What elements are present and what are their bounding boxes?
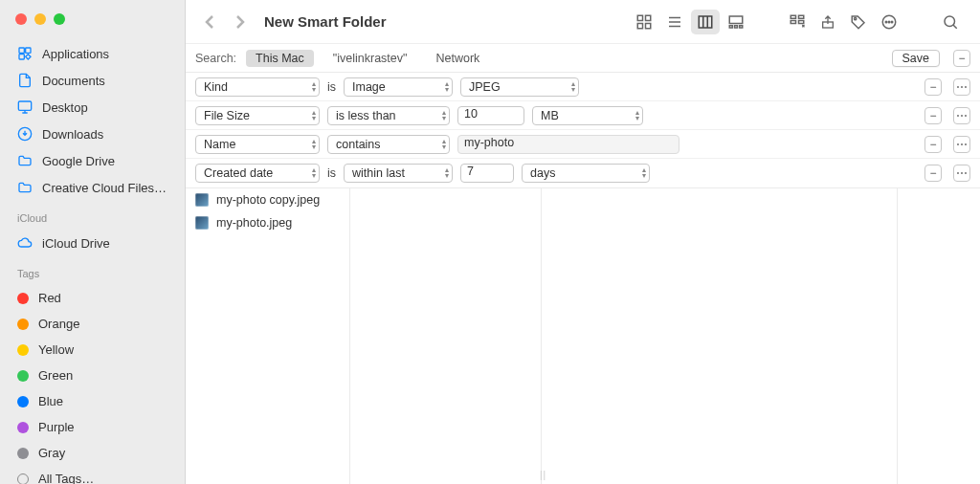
tag-dot-icon — [17, 319, 29, 330]
scope-user[interactable]: "ivelinkrastev" — [323, 50, 417, 67]
unit-select[interactable]: MB▴▾ — [532, 106, 643, 125]
view-icons-button[interactable] — [630, 10, 658, 34]
tag-yellow[interactable]: Yellow — [0, 337, 185, 363]
svg-point-21 — [885, 21, 887, 23]
remove-criteria-button[interactable]: − — [924, 165, 942, 182]
criteria-row-name: Name▴▾ contains▴▾ my-photo − ⋯ — [186, 130, 980, 159]
text-input[interactable]: my-photo — [457, 135, 679, 154]
share-button[interactable] — [813, 10, 842, 34]
file-item[interactable]: my-photo copy.jpeg — [186, 188, 349, 211]
attribute-select[interactable]: Created date▴▾ — [195, 164, 320, 183]
save-button[interactable]: Save — [892, 50, 941, 67]
criteria-row-filesize: File Size▴▾ is less than▴▾ 10 MB▴▾ − ⋯ — [186, 101, 980, 130]
remove-criteria-button[interactable]: − — [924, 107, 942, 124]
sidebar-item-google-drive[interactable]: Google Drive — [0, 147, 185, 174]
maximize-window-button[interactable] — [54, 13, 65, 25]
view-list-button[interactable] — [660, 10, 689, 34]
sidebar-item-creative-cloud[interactable]: Creative Cloud Files… — [0, 174, 185, 201]
group-by-button[interactable] — [783, 10, 812, 34]
actions-button[interactable] — [875, 10, 903, 34]
svg-rect-6 — [646, 15, 651, 20]
tag-purple[interactable]: Purple — [0, 414, 185, 440]
jpeg-file-icon — [195, 216, 209, 230]
forward-button[interactable] — [230, 12, 249, 32]
tags-button[interactable] — [844, 10, 873, 34]
result-column[interactable]: my-photo copy.jpeg my-photo.jpeg — [186, 188, 350, 484]
tag-green[interactable]: Green — [0, 363, 185, 388]
search-criteria: Kind▴▾ is Image▴▾ JPEG▴▾ − ⋯ File Size▴▾… — [186, 73, 980, 188]
svg-rect-3 — [18, 101, 31, 110]
search-button[interactable] — [936, 10, 965, 34]
toolbar: New Smart Folder — [186, 0, 980, 44]
window-title: New Smart Folder — [264, 13, 387, 30]
value-select[interactable]: Image▴▾ — [344, 77, 453, 97]
add-criteria-button[interactable]: ⋯ — [953, 136, 970, 153]
add-criteria-button[interactable]: ⋯ — [953, 78, 970, 96]
view-mode-group — [630, 10, 750, 34]
unit-select[interactable]: days▴▾ — [522, 164, 650, 183]
sidebar-label: Applications — [42, 47, 109, 61]
svg-rect-11 — [729, 25, 732, 27]
tag-label: Orange — [38, 317, 79, 331]
tag-dot-icon — [17, 370, 29, 382]
svg-rect-13 — [740, 25, 743, 27]
add-criteria-button[interactable]: ⋯ — [953, 165, 970, 182]
tag-gray[interactable]: Gray — [0, 440, 185, 466]
result-column[interactable] — [350, 188, 542, 484]
remove-criteria-button[interactable]: − — [924, 78, 942, 96]
scope-this-mac[interactable]: This Mac — [246, 50, 314, 67]
result-column[interactable] — [898, 188, 980, 484]
sidebar-item-desktop[interactable]: Desktop — [0, 94, 185, 121]
tag-label: Green — [38, 368, 73, 383]
tag-dot-icon — [17, 293, 29, 304]
subvalue-select[interactable]: JPEG▴▾ — [460, 77, 579, 97]
svg-rect-16 — [791, 20, 795, 23]
jpeg-file-icon — [195, 193, 209, 207]
view-gallery-button[interactable] — [722, 10, 750, 34]
sidebar-item-downloads[interactable]: Downloads — [0, 121, 185, 147]
column-resize-handle[interactable]: || — [540, 470, 546, 480]
criteria-row-created-date: Created date▴▾ is within last▴▾ 7 days▴▾… — [186, 159, 980, 187]
sidebar-item-icloud-drive[interactable]: iCloud Drive — [0, 230, 185, 256]
sidebar-item-applications[interactable]: Applications — [0, 40, 185, 67]
operator-select[interactable]: contains▴▾ — [327, 135, 450, 154]
sidebar-label: All Tags… — [38, 472, 94, 484]
tag-dot-icon — [17, 396, 29, 407]
favorites-list: Applications Documents Desktop Downloads… — [0, 38, 185, 203]
minimize-window-button[interactable] — [34, 13, 46, 25]
operator-select[interactable]: within last▴▾ — [344, 164, 453, 183]
tag-blue[interactable]: Blue — [0, 388, 185, 414]
svg-rect-14 — [791, 15, 795, 18]
operator-select[interactable]: is less than▴▾ — [327, 106, 450, 125]
attribute-select[interactable]: Kind▴▾ — [195, 77, 320, 97]
result-column[interactable] — [542, 188, 898, 484]
file-item[interactable]: my-photo.jpeg — [186, 211, 349, 234]
attribute-select[interactable]: Name▴▾ — [195, 135, 320, 154]
file-name: my-photo.jpeg — [216, 216, 292, 230]
criteria-row-kind: Kind▴▾ is Image▴▾ JPEG▴▾ − ⋯ — [186, 73, 980, 101]
sidebar-item-documents[interactable]: Documents — [0, 67, 185, 94]
tag-dot-icon — [17, 422, 29, 433]
tags-section-header: Tags — [0, 258, 185, 283]
joiner-text: is — [327, 166, 336, 180]
sidebar-label: Downloads — [42, 127, 103, 142]
tag-red[interactable]: Red — [0, 285, 185, 311]
view-columns-button[interactable] — [691, 10, 720, 34]
folder-icon — [17, 153, 33, 168]
number-input[interactable]: 10 — [457, 106, 524, 125]
window-controls — [0, 10, 185, 38]
joiner-text: is — [327, 80, 336, 94]
all-tags-icon — [17, 473, 29, 485]
remove-criteria-button[interactable]: − — [924, 136, 942, 153]
svg-rect-10 — [729, 16, 743, 24]
number-input[interactable]: 7 — [460, 164, 514, 183]
remove-search-button[interactable]: − — [953, 50, 970, 67]
scope-network[interactable]: Network — [426, 50, 489, 67]
back-button[interactable] — [201, 12, 220, 32]
attribute-select[interactable]: File Size▴▾ — [195, 106, 320, 125]
add-criteria-button[interactable]: ⋯ — [953, 107, 970, 124]
sidebar-item-all-tags[interactable]: All Tags… — [0, 466, 185, 484]
svg-point-22 — [888, 21, 890, 23]
tag-orange[interactable]: Orange — [0, 311, 185, 337]
close-window-button[interactable] — [15, 13, 27, 25]
